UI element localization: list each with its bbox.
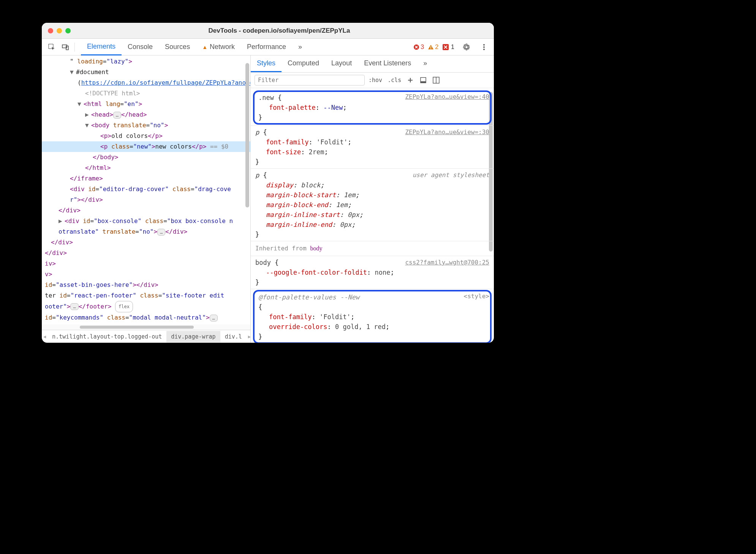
rule-source-link[interactable]: css2?family…wght@700:25 — [405, 258, 489, 268]
dom-row[interactable]: (https://cdpn.io/sofiayem/fullpage/ZEPpY… — [42, 78, 250, 88]
subtab-layout[interactable]: Layout — [325, 55, 358, 72]
style-rule[interactable]: <style> @font-palette-values --New { fon… — [251, 290, 494, 343]
crumb-item[interactable]: n.twilight.layout-top.logged-out — [47, 331, 166, 342]
tab-elements[interactable]: Elements — [81, 39, 122, 55]
kebab-icon[interactable] — [479, 43, 489, 52]
tab-label: Performance — [247, 43, 286, 51]
subtab-computed[interactable]: Computed — [282, 55, 325, 72]
tab-label: Elements — [87, 43, 115, 51]
divider — [74, 43, 75, 52]
inherited-header: Inherited from body — [251, 241, 494, 256]
subtab-event-listeners[interactable]: Event Listeners — [358, 55, 417, 72]
flex-badge[interactable]: flex — [115, 301, 133, 312]
close-icon[interactable] — [48, 28, 53, 33]
new-rule-icon[interactable] — [406, 76, 414, 84]
devtools-window: DevTools - codepen.io/sofiayem/pen/ZEPpY… — [42, 23, 494, 343]
highlight-box: <style> @font-palette-values --New { fon… — [253, 290, 492, 343]
crumb-prev-icon[interactable]: ◀ — [42, 334, 47, 339]
dom-row[interactable]: otranslate" translate="no">…</div> — [42, 226, 250, 237]
rule-source-link[interactable]: ZEPpYLa?ano…ue&view=:40 — [405, 92, 489, 102]
style-rule[interactable]: user agent stylesheet p { display: block… — [251, 169, 494, 241]
tab-performance[interactable]: Performance — [241, 39, 292, 55]
device-icon[interactable] — [61, 43, 70, 52]
svg-rect-11 — [421, 81, 426, 83]
maximize-icon[interactable] — [65, 28, 71, 33]
tab-label: Network — [210, 43, 235, 51]
filter-pills: :hov .cls — [369, 76, 440, 84]
dom-row[interactable]: </div> — [42, 237, 250, 248]
dom-row[interactable]: v> — [42, 269, 250, 280]
dom-row[interactable]: ▼<html lang="en"> — [42, 99, 250, 109]
panels: " loading="lazy"> ▼#document (https://cd… — [42, 55, 494, 343]
dom-tree[interactable]: " loading="lazy"> ▼#document (https://cd… — [42, 55, 250, 324]
more-icon: » — [298, 43, 302, 51]
minimize-icon[interactable] — [57, 28, 62, 33]
styles-subtabs: Styles Computed Layout Event Listeners » — [251, 55, 494, 73]
hov-toggle[interactable]: :hov — [369, 77, 382, 84]
dom-row[interactable]: iv> — [42, 258, 250, 269]
subtab-more[interactable]: » — [417, 55, 433, 72]
dom-row[interactable]: </div> — [42, 205, 250, 216]
dom-row[interactable]: ter id="react-pen-footer" class="site-fo… — [42, 290, 250, 301]
svg-point-9 — [483, 49, 485, 50]
ellipsis-icon[interactable]: … — [113, 112, 121, 119]
subtab-styles[interactable]: Styles — [251, 55, 282, 72]
ellipsis-icon[interactable]: … — [157, 229, 165, 236]
inspect-icon[interactable] — [47, 43, 56, 52]
copy-icon[interactable] — [419, 76, 427, 84]
rule-source-link[interactable]: ZEPpYLa?ano…ue&view=:30 — [405, 127, 489, 137]
gear-icon[interactable] — [462, 43, 471, 52]
dom-row[interactable]: <!DOCTYPE html> — [42, 88, 250, 99]
crumb-next-icon[interactable]: ▶ — [247, 334, 250, 339]
style-rule[interactable]: css2?family…wght@700:25 body { --google-… — [251, 256, 494, 289]
tab-network[interactable]: ▲Network — [196, 39, 241, 55]
svg-rect-4 — [430, 46, 431, 48]
rule-source: <style> — [464, 291, 489, 301]
dom-row[interactable]: ▼#document — [42, 67, 250, 78]
dom-row[interactable]: </body> — [42, 152, 250, 163]
dom-row[interactable]: </iframe> — [42, 173, 250, 184]
filter-bar: :hov .cls — [251, 73, 494, 88]
tab-sources[interactable]: Sources — [159, 39, 196, 55]
dom-row-selected[interactable]: <p class="new">new colors</p> == $0 — [42, 141, 250, 152]
dom-row[interactable]: ▶<head>…</head> — [42, 109, 250, 120]
scrollbar-horizontal[interactable] — [42, 324, 250, 330]
computed-view-icon[interactable] — [432, 76, 440, 84]
style-rule[interactable]: ZEPpYLa?ano…ue&view=:40 .new { font-pale… — [251, 90, 494, 126]
tab-label: Sources — [165, 43, 190, 51]
dom-row[interactable]: <p>old colors</p> — [42, 131, 250, 141]
dom-row[interactable]: ▶<div id="box-console" class="box box-co… — [42, 216, 250, 226]
tab-console[interactable]: Console — [122, 39, 159, 55]
dom-row[interactable]: ooter">…</footer> flex — [42, 301, 250, 312]
dom-row[interactable]: </div> — [42, 248, 250, 258]
errors-badge[interactable]: 3 — [413, 44, 424, 51]
dom-row[interactable]: " loading="lazy"> — [42, 56, 250, 67]
styles-panel: Styles Computed Layout Event Listeners »… — [251, 55, 494, 343]
dom-row[interactable]: </html> — [42, 163, 250, 173]
tab-label: Console — [128, 43, 153, 51]
dom-row[interactable]: id="asset-bin-goes-here"></div> — [42, 280, 250, 290]
crumb-item[interactable]: div.page-wrap — [166, 331, 220, 342]
dom-row[interactable]: id="keycommands" class="modal modal-neut… — [42, 312, 250, 323]
window-title: DevTools - codepen.io/sofiayem/pen/ZEPpY… — [71, 27, 488, 35]
scrollbar-vertical[interactable] — [245, 63, 249, 207]
main-toolbar: Elements Console Sources ▲Network Perfor… — [42, 39, 494, 55]
styles-body[interactable]: ZEPpYLa?ano…ue&view=:40 .new { font-pale… — [251, 88, 494, 343]
dom-row[interactable]: <div id="editor-drag-cover" class="drag-… — [42, 184, 250, 195]
ellipsis-icon[interactable]: … — [70, 303, 78, 310]
titlebar: DevTools - codepen.io/sofiayem/pen/ZEPpY… — [42, 23, 494, 39]
dom-row[interactable]: r"></div> — [42, 195, 250, 205]
crumb-item[interactable]: div.l — [220, 331, 247, 342]
tab-more[interactable]: » — [292, 39, 308, 55]
info-badge[interactable]: 1 — [442, 44, 454, 51]
main-tabs: Elements Console Sources ▲Network Perfor… — [81, 39, 308, 55]
breadcrumb: ◀ n.twilight.layout-top.logged-out div.p… — [42, 330, 250, 343]
warnings-badge[interactable]: 2 — [428, 44, 438, 51]
filter-input[interactable] — [255, 75, 365, 85]
svg-rect-5 — [430, 48, 431, 49]
rule-source: user agent stylesheet — [413, 170, 489, 180]
dom-row[interactable]: ▼<body translate="no"> — [42, 120, 250, 131]
ellipsis-icon[interactable]: … — [210, 315, 218, 321]
style-rule[interactable]: ZEPpYLa?ano…ue&view=:30 p { font-family:… — [251, 126, 494, 169]
cls-toggle[interactable]: .cls — [387, 77, 401, 84]
